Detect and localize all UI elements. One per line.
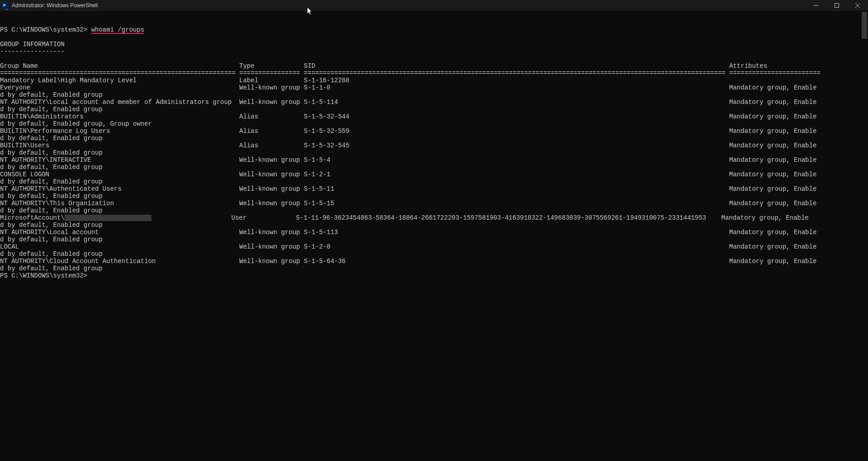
window-titlebar[interactable]: Administrator: Windows PowerShell — [0, 0, 868, 11]
terminal-line: d by default, Enabled group — [0, 221, 868, 229]
terminal-line: Mandatory Label\High Mandatory Level Lab… — [0, 77, 868, 84]
minimize-button[interactable] — [806, 0, 826, 11]
terminal-line: ========================================… — [0, 70, 868, 77]
terminal-line — [0, 55, 868, 62]
terminal-line: d by default, Enabled group — [0, 207, 868, 214]
terminal-line: BUILTIN\Administrators Alias S-1-5-32-54… — [0, 113, 868, 120]
terminal-line: d by default, Enabled group — [0, 149, 868, 156]
terminal-line: CONSOLE LOGON Well-known group S-1-2-1 M… — [0, 171, 868, 178]
terminal-line: NT AUTHORITY\This Organization Well-know… — [0, 200, 868, 207]
titlebar-left: Administrator: Windows PowerShell — [2, 2, 98, 9]
scrollbar-track[interactable] — [861, 11, 868, 461]
terminal-line: LOCAL Well-known group S-1-2-0 Mandator — [0, 243, 868, 250]
window-controls — [806, 0, 868, 11]
powershell-icon — [2, 2, 9, 9]
scrollbar-thumb[interactable] — [862, 12, 867, 39]
terminal-line: d by default, Enabled group — [0, 236, 868, 243]
terminal-line: GROUP INFORMATION — [0, 41, 868, 48]
terminal-line: ----------------- — [0, 48, 868, 55]
terminal-line: d by default, Enabled group — [0, 250, 868, 258]
terminal-line: d by default, Enabled group — [0, 135, 868, 142]
terminal-line: d by default, Enabled group — [0, 178, 868, 185]
terminal-line — [0, 33, 868, 41]
terminal-line: d by default, Enabled group — [0, 164, 868, 171]
svg-rect-1 — [835, 4, 839, 8]
terminal-output[interactable]: PS C:\WINDOWS\system32> whoami /groups G… — [0, 11, 868, 461]
terminal-line: d by default, Enabled group — [0, 91, 868, 99]
close-button[interactable] — [847, 0, 868, 11]
terminal-line: NT AUTHORITY\Cloud Account Authenticatio… — [0, 258, 868, 265]
terminal-line: NT AUTHORITY\Local account and member of… — [0, 99, 868, 106]
terminal-line: MicrosoftAccount\ User S-1-11-96-3623454… — [0, 214, 868, 221]
terminal-line: BUILTIN\Users Alias S-1-5-32-545 Mandato… — [0, 142, 868, 149]
terminal-line: Everyone Well-known group S-1-1-0 Mandat… — [0, 84, 868, 91]
terminal-line: PS C:\WINDOWS\system32> whoami /groups — [0, 26, 868, 33]
redacted-text — [65, 215, 152, 221]
terminal-line: d by default, Enabled group — [0, 193, 868, 200]
terminal-line: d by default, Enabled group, Group owner — [0, 120, 868, 127]
terminal-line: NT AUTHORITY\Local account Well-known gr… — [0, 229, 868, 236]
terminal-line: BUILTIN\Performance Log Users Alias S-1-… — [0, 127, 868, 135]
terminal-line: NT AUTHORITY\INTERACTIVE Well-known grou… — [0, 156, 868, 164]
terminal-line: PS C:\WINDOWS\system32> — [0, 272, 868, 279]
terminal-line: NT AUTHORITY\Authenticated Users Well-kn… — [0, 185, 868, 193]
terminal-line: d by default, Enabled group — [0, 265, 868, 272]
window-title: Administrator: Windows PowerShell — [12, 2, 98, 9]
command-text: whoami /groups — [91, 27, 145, 34]
maximize-button[interactable] — [826, 0, 847, 11]
terminal-line: d by default, Enabled group — [0, 106, 868, 113]
terminal-line: Group Name Type SID Attribut — [0, 62, 868, 70]
